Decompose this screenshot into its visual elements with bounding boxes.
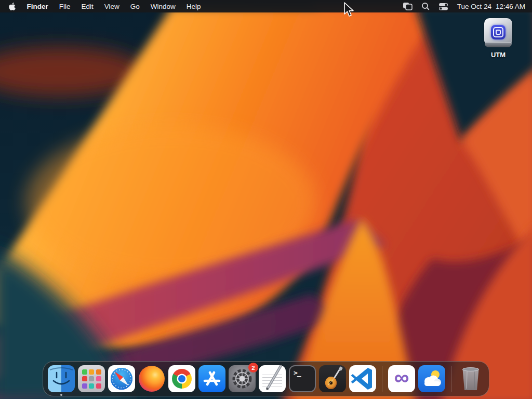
menu-bar-left: Finder File Edit View Go Window Help [5, 2, 206, 11]
dock-item-firefox[interactable] [138, 365, 165, 392]
terminal-icon: >_ [289, 365, 316, 392]
trash-icon [457, 365, 484, 392]
dock-item-chrome[interactable] [168, 365, 195, 392]
weather-icon [418, 365, 445, 392]
dock-item-visual-studio[interactable]: ∞ [388, 365, 415, 392]
dock-item-system-settings[interactable]: 2 [229, 365, 256, 392]
dock-item-weather[interactable] [418, 365, 445, 392]
dock-separator [382, 366, 382, 392]
dock-item-launchpad[interactable] [78, 365, 105, 392]
visual-studio-icon: ∞ [388, 365, 415, 392]
menu-item-go[interactable]: Go [130, 3, 140, 10]
stage-manager-icon[interactable] [403, 2, 413, 10]
dock-item-trash[interactable] [457, 365, 484, 392]
dock-item-terminal[interactable]: >_ [289, 365, 316, 392]
utm-logo [491, 25, 506, 39]
textedit-icon [259, 365, 286, 392]
firefox-icon [138, 365, 165, 392]
dock-item-vscode[interactable] [349, 365, 376, 392]
launchpad-icon [78, 365, 105, 392]
apple-logo-icon [8, 2, 16, 11]
macos-desktop: Finder File Edit View Go Window Help [0, 0, 532, 399]
dock-separator [451, 366, 451, 392]
dock-item-safari[interactable] [108, 365, 135, 392]
apple-menu[interactable] [8, 2, 16, 11]
clock-time: 12:46 AM [496, 3, 525, 10]
dock-item-appstore[interactable] [198, 365, 225, 392]
menu-item-edit[interactable]: Edit [82, 3, 94, 10]
safari-icon [108, 365, 135, 392]
dock-item-textedit[interactable] [259, 365, 286, 392]
external-drive-icon [483, 18, 513, 48]
menu-bar-status: Tue Oct 24 12:46 AM [403, 2, 525, 10]
menu-bar-clock[interactable]: Tue Oct 24 12:46 AM [457, 3, 525, 10]
menu-item-view[interactable]: View [104, 3, 119, 10]
app-store-icon [198, 365, 225, 392]
mouse-cursor [343, 2, 355, 18]
dock-item-finder[interactable] [48, 365, 75, 392]
menu-item-help[interactable]: Help [187, 3, 201, 10]
running-indicator [60, 394, 62, 396]
control-center-icon[interactable] [438, 3, 448, 10]
spotlight-search-icon[interactable] [421, 2, 430, 10]
dock-item-garageband[interactable] [319, 365, 346, 392]
chrome-icon [168, 365, 195, 392]
desktop-icon-utm[interactable]: UTM [481, 18, 516, 59]
clock-date: Tue Oct 24 [457, 3, 491, 10]
menu-item-file[interactable]: File [59, 3, 71, 10]
finder-icon [48, 365, 75, 392]
menu-item-window[interactable]: Window [151, 3, 176, 10]
dock: 2 >_ [43, 361, 489, 396]
menu-bar: Finder File Edit View Go Window Help [0, 0, 532, 12]
garageband-icon [319, 365, 346, 392]
wallpaper-image [0, 0, 532, 399]
desktop-icon-label: UTM [481, 51, 516, 59]
notification-badge: 2 [248, 363, 258, 373]
vscode-icon [349, 365, 376, 392]
menu-item-finder[interactable]: Finder [27, 3, 48, 10]
